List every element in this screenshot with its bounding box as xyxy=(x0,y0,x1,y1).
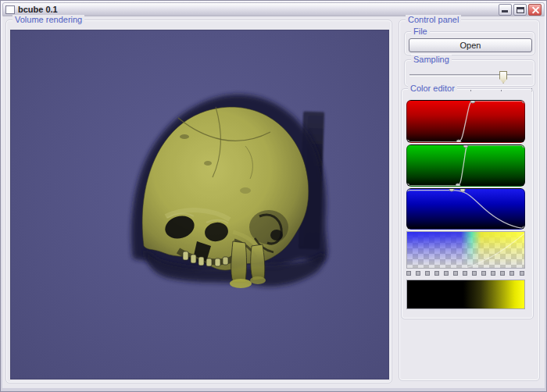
color-editor-label: Color editor xyxy=(408,84,457,93)
sampling-groupbox: Sampling xyxy=(404,59,535,87)
alpha-overlay xyxy=(407,232,524,268)
curve-control-point[interactable] xyxy=(522,100,526,104)
maximize-button[interactable] xyxy=(513,4,527,16)
control-panel-label: Control panel xyxy=(406,15,461,24)
curve-control-point[interactable] xyxy=(522,226,526,230)
file-label: File xyxy=(411,27,430,36)
alpha-handle[interactable] xyxy=(472,271,477,276)
alpha-handle[interactable] xyxy=(520,271,524,276)
alpha-handle-row xyxy=(406,270,525,276)
volume-rendering-label: Volume rendering xyxy=(13,15,84,24)
file-groupbox: File Open xyxy=(404,31,535,55)
curve-control-point[interactable] xyxy=(406,184,410,187)
alpha-preview-strip[interactable] xyxy=(406,231,525,269)
alpha-handle[interactable] xyxy=(425,271,430,276)
green-curve xyxy=(407,145,524,186)
alpha-handle[interactable] xyxy=(481,271,486,276)
alpha-handle[interactable] xyxy=(500,271,505,276)
minimize-button[interactable] xyxy=(499,4,512,16)
alpha-handle[interactable] xyxy=(509,271,514,276)
volume-rendering-groupbox: Volume rendering xyxy=(5,20,392,383)
sampling-label: Sampling xyxy=(411,55,452,64)
open-button[interactable]: Open xyxy=(409,38,532,52)
red-curve xyxy=(407,101,524,142)
curve-control-point[interactable] xyxy=(406,140,410,144)
window-title: bcube 0.1 xyxy=(18,5,499,14)
red-channel-strip[interactable] xyxy=(406,100,525,143)
alpha-handle[interactable] xyxy=(453,271,458,276)
application-icon xyxy=(5,5,15,14)
alpha-handle[interactable] xyxy=(491,271,495,276)
alpha-handle[interactable] xyxy=(434,271,439,276)
minimize-icon xyxy=(502,10,508,12)
client-area: Volume rendering xyxy=(2,16,545,388)
volume-render-viewport[interactable] xyxy=(10,30,389,380)
color-editor-groupbox: Color editor xyxy=(401,88,534,319)
curve-control-point[interactable] xyxy=(455,184,460,187)
blue-channel-strip[interactable] xyxy=(406,188,525,230)
skull-render xyxy=(11,30,389,380)
blue-curve xyxy=(407,189,524,229)
curve-control-point[interactable] xyxy=(522,144,526,148)
alpha-handle[interactable] xyxy=(444,271,449,276)
slider-thumb[interactable] xyxy=(499,71,507,84)
alpha-handle[interactable] xyxy=(463,271,467,276)
slider-track[interactable] xyxy=(409,74,531,77)
control-panel-groupbox: Control panel File Open Sampling xyxy=(399,20,540,381)
close-button[interactable] xyxy=(528,4,542,16)
bone-foot xyxy=(230,279,252,288)
curve-control-point[interactable] xyxy=(456,140,462,144)
green-channel-strip[interactable] xyxy=(406,144,525,187)
skin-shell-front xyxy=(131,94,327,270)
alpha-handle[interactable] xyxy=(416,271,420,276)
maximize-icon xyxy=(517,7,524,13)
bone-foot xyxy=(250,276,266,284)
app-window: bcube 0.1 Volume rendering xyxy=(0,0,547,392)
alpha-handle[interactable] xyxy=(406,271,411,276)
result-colormap-strip xyxy=(406,280,525,309)
